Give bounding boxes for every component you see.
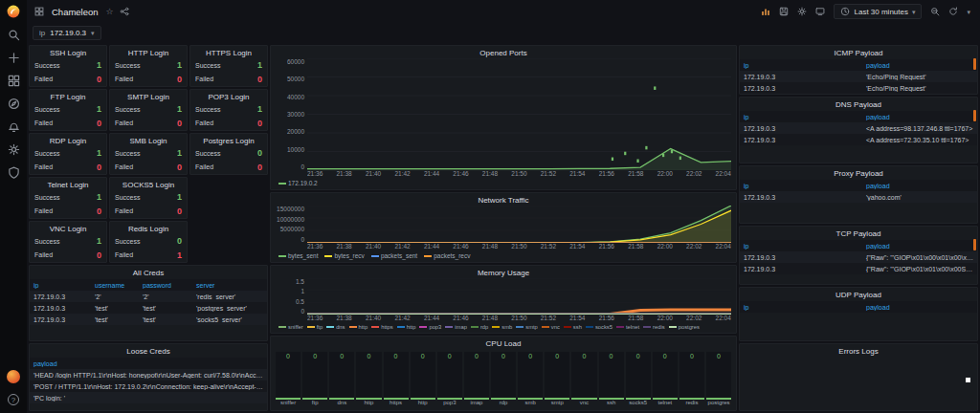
panel-title[interactable]: Memory Usage	[271, 266, 736, 278]
stat-success-row: Success1	[30, 190, 106, 205]
save-dashboard-button[interactable]	[779, 7, 789, 16]
legend-item[interactable]: vnc	[542, 324, 560, 330]
legend-item[interactable]: ftp	[307, 324, 323, 330]
gauge-value: 0	[437, 352, 462, 359]
panel-title[interactable]: All Creds	[30, 266, 267, 278]
legend-item[interactable]: http	[349, 324, 368, 330]
panel-title[interactable]: VNC Login	[30, 222, 106, 234]
ip-variable-dropdown[interactable]: ip 172.19.0.3 ▾	[33, 26, 101, 40]
panel-title[interactable]: SMTP Login	[110, 90, 187, 102]
legend-item[interactable]: http	[397, 324, 416, 330]
sidebar-item-search[interactable]	[7, 28, 20, 41]
legend-item[interactable]: pop3	[419, 324, 441, 330]
sidebar-item-explore[interactable]	[7, 97, 20, 110]
legend-item[interactable]: smtp	[516, 324, 538, 330]
stat-value-success: 1	[257, 104, 262, 114]
panel-title[interactable]: SSH Login	[30, 46, 106, 58]
add-panel-button[interactable]	[761, 7, 770, 16]
legend-swatch-icon	[371, 255, 379, 257]
panel-title[interactable]: HTTP Login	[110, 46, 187, 58]
panel-title[interactable]: ICMP Payload	[740, 46, 977, 58]
legend-swatch-icon	[349, 326, 357, 328]
dashboard-settings-button[interactable]	[797, 7, 807, 16]
panel-title[interactable]: Postgres Login	[190, 134, 267, 146]
panel-title[interactable]: Network Traffic	[271, 193, 736, 206]
panel-title[interactable]: FTP Login	[30, 90, 106, 102]
star-icon[interactable]: ☆	[106, 8, 114, 16]
legend-item[interactable]: rdp	[471, 324, 488, 330]
panel-title[interactable]: SMB Login	[110, 134, 187, 146]
legend-item[interactable]: 172.19.0.2	[278, 180, 318, 186]
plot-area[interactable]	[307, 278, 731, 315]
legend-item[interactable]: redis	[643, 324, 665, 330]
legend-item[interactable]: smb	[492, 324, 512, 330]
table-row: 172.19.0.3'Echo/Ping Request'	[740, 71, 977, 82]
scrollbar-thumb[interactable]	[973, 110, 976, 121]
dashboard-picker-button[interactable]	[34, 7, 44, 16]
legend-item[interactable]: ssh	[564, 324, 582, 330]
stat-value-failed: 0	[177, 119, 182, 128]
share-button[interactable]	[120, 7, 129, 16]
table-cell: {"Raw": "'GIOP\x01\x00\x01\x00\x00$\x00\…	[862, 254, 977, 261]
panel-title[interactable]: Loose Creds	[30, 344, 267, 357]
plot-area[interactable]	[307, 58, 731, 170]
stat-value-success: 1	[97, 148, 101, 158]
panel-title[interactable]: Errors Logs	[740, 344, 977, 357]
panel-title[interactable]: Proxy Payload	[740, 166, 977, 179]
legend-item[interactable]: packets_recv	[424, 252, 470, 259]
legend-item[interactable]: telnet	[616, 324, 639, 330]
time-range-picker[interactable]: Last 30 minutes ▾	[834, 4, 922, 19]
panel-title[interactable]: DNS Payload	[740, 98, 977, 110]
panel-title[interactable]: UDP Payload	[740, 288, 977, 300]
user-avatar[interactable]	[7, 370, 20, 383]
panel-title[interactable]: Telnet Login	[30, 178, 106, 190]
cpu-gauge: 0vnc	[571, 352, 596, 408]
legend-item[interactable]: dns	[326, 324, 345, 330]
sidebar-item-help[interactable]: ?	[7, 393, 20, 406]
legend-item[interactable]: socks5	[586, 324, 612, 330]
gauge-value: 0	[356, 352, 381, 359]
refresh-button[interactable]	[948, 7, 958, 16]
scrollbar-thumb[interactable]	[973, 58, 976, 70]
sidebar-item-server-admin[interactable]	[7, 165, 20, 179]
dashboard-title[interactable]: Chameleon	[52, 7, 99, 17]
panel-title[interactable]: Opened Ports	[271, 46, 736, 58]
sidebar-item-create[interactable]	[7, 51, 20, 64]
legend-item[interactable]: https	[371, 324, 393, 330]
zoom-out-button[interactable]	[930, 7, 940, 16]
plot-area[interactable]	[307, 206, 731, 243]
panel-title[interactable]: Redis Login	[110, 222, 187, 234]
gauge-box: 0	[329, 352, 354, 400]
stat-failed-row: Failed0	[30, 117, 106, 131]
table-cell: server	[192, 282, 267, 289]
topbar-actions: Last 30 minutes ▾ ▾	[761, 4, 970, 19]
grafana-logo[interactable]	[7, 5, 20, 18]
scrollbar-thumb[interactable]	[973, 239, 976, 250]
legend-item[interactable]: bytes_sent	[278, 252, 318, 259]
table-cell: {"Raw": "'GIOP\x01\x01\x00\x00S\x00\x00\…	[862, 266, 977, 272]
grid-icon	[34, 7, 44, 16]
legend-item[interactable]: imap	[445, 324, 467, 330]
panel-title[interactable]: POP3 Login	[190, 90, 267, 102]
panel-title[interactable]: SOCKS5 Login	[110, 178, 187, 190]
sidebar-item-configuration[interactable]	[7, 142, 20, 156]
legend-label: rdp	[480, 324, 488, 330]
panel-title[interactable]: HTTPS Login	[190, 46, 267, 58]
legend-item[interactable]: postgres	[669, 324, 700, 330]
cpu-gauge: 0dns	[329, 352, 354, 408]
zoom-out-icon	[930, 7, 940, 16]
legend-item[interactable]: packets_sent	[371, 252, 417, 259]
panel-title[interactable]: CPU Load	[271, 337, 736, 349]
stat-value-failed: 0	[97, 75, 101, 84]
panel-title[interactable]: TCP Payload	[740, 227, 977, 239]
legend-item[interactable]: bytes_recv	[324, 252, 364, 259]
stat-value-failed: 1	[177, 250, 182, 260]
legend: 172.19.0.2	[271, 179, 736, 189]
legend-item[interactable]: sniffer	[278, 324, 303, 330]
refresh-interval-dropdown[interactable]: ▾	[967, 9, 970, 15]
panel-title[interactable]: RDP Login	[30, 134, 106, 146]
cycle-view-button[interactable]	[815, 7, 825, 16]
stat-success-row: Success1	[30, 234, 106, 249]
sidebar-item-dashboards[interactable]	[7, 74, 20, 87]
sidebar-item-alerting[interactable]	[7, 120, 20, 133]
